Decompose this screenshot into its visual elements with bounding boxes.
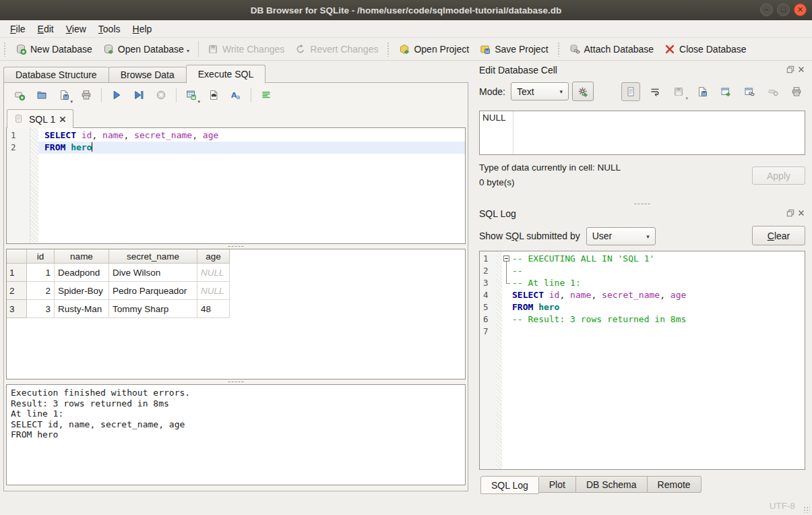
corner-header[interactable] <box>7 249 27 264</box>
stop-execution-button[interactable] <box>152 86 170 104</box>
menu-view[interactable]: View <box>60 22 92 36</box>
apply-button[interactable]: Apply <box>752 166 805 185</box>
attach-database-button[interactable]: Attach Database <box>564 41 660 57</box>
cell[interactable]: Pedro Parqueador <box>109 282 197 300</box>
write-changes-button[interactable]: Write Changes <box>202 41 290 57</box>
mode-select[interactable]: Text ▾ <box>511 82 569 100</box>
set-null-button[interactable] <box>764 83 782 100</box>
minimize-button[interactable]: − <box>760 3 773 16</box>
editor-results-splitter[interactable] <box>4 244 468 249</box>
menu-edit[interactable]: Edit <box>32 22 60 36</box>
sql-editor-line[interactable]: FROM hero <box>7 142 465 154</box>
bottom-tab-plot[interactable]: Plot <box>539 476 576 493</box>
table-row[interactable]: 22Spider-BoyPedro ParqueadorNULL <box>7 282 230 300</box>
cell[interactable]: 1 <box>27 264 55 282</box>
float-dock-icon[interactable] <box>786 208 794 219</box>
text-mode-button[interactable] <box>621 82 640 101</box>
cell-value-editor[interactable]: NULL <box>479 111 805 155</box>
open-in-external-button[interactable] <box>717 83 735 100</box>
fold-marker[interactable] <box>502 253 512 265</box>
maximize-button[interactable]: □ <box>777 3 790 16</box>
import-from-file-button[interactable]: ▾ <box>670 83 687 100</box>
line-number: 5 <box>480 301 496 313</box>
word-wrap-cell-button[interactable] <box>646 83 664 100</box>
toggle-word-wrap-button[interactable] <box>257 86 275 104</box>
revert-changes-button[interactable]: Revert Changes <box>290 41 383 57</box>
copy-link-button[interactable] <box>741 83 758 100</box>
cell[interactable]: NULL <box>197 264 230 282</box>
edit-cell-title: Edit Database Cell <box>479 65 557 75</box>
save-project-button[interactable]: Save Project <box>474 41 553 57</box>
float-dock-icon[interactable] <box>786 65 794 75</box>
export-to-file-button[interactable] <box>693 83 711 100</box>
row-number[interactable]: 1 <box>7 264 27 282</box>
menu-help[interactable]: Help <box>127 22 158 36</box>
auto-switch-mode-button[interactable] <box>572 82 594 101</box>
bottom-tab-sql-log[interactable]: SQL Log <box>480 476 539 494</box>
log-filter-select[interactable]: User ▾ <box>586 227 656 245</box>
execute-sql-pane: ▾▾Aa SQL 1 12 SELECT id, name, secret_na… <box>3 82 468 491</box>
open-in-external-icon <box>720 86 731 97</box>
print-sql-button[interactable] <box>77 86 95 104</box>
cell[interactable]: Deadpond <box>55 264 109 282</box>
find-in-sql-button[interactable] <box>205 86 222 104</box>
save-results-button[interactable]: ▾ <box>183 86 200 104</box>
encoding-label[interactable]: UTF-8 <box>770 501 795 511</box>
menu-tools[interactable]: Tools <box>92 22 127 36</box>
execution-message[interactable]: Execution finished without errors. Resul… <box>6 384 466 485</box>
column-header-age[interactable]: age <box>197 249 230 264</box>
tab-execute-sql[interactable]: Execute SQL <box>186 65 266 84</box>
write-changes-icon <box>208 44 218 55</box>
sql-editor[interactable]: 12 SELECT id, name, secret_name, ageFROM… <box>6 127 466 244</box>
results-table[interactable]: idnamesecret_nameage11DeadpondDive Wilso… <box>7 249 230 318</box>
menu-file[interactable]: File <box>4 22 32 36</box>
execute-current-line-button[interactable] <box>130 86 148 104</box>
close-button[interactable]: ✕ <box>794 3 807 16</box>
titlebar[interactable]: DB Browser for SQLite - /home/user/code/… <box>0 0 812 21</box>
table-row[interactable]: 11DeadpondDive WilsonNULL <box>7 264 230 282</box>
column-header-secret_name[interactable]: secret_name <box>109 249 197 264</box>
bottom-tab-remote[interactable]: Remote <box>648 476 701 493</box>
execute-all-button[interactable] <box>108 86 125 104</box>
close-database-button[interactable]: Close Database <box>659 41 752 57</box>
close-dock-icon[interactable] <box>797 208 805 219</box>
chevron-down-icon: ▾ <box>646 233 650 240</box>
cell[interactable]: NULL <box>197 282 230 300</box>
open-sql-file-button[interactable] <box>33 86 51 104</box>
dock-splitter[interactable] <box>479 202 805 206</box>
cell[interactable]: 3 <box>27 300 55 318</box>
sql-log-line: -- EXECUTING ALL IN 'SQL 1' <box>480 253 805 265</box>
open-project-button[interactable]: Open Project <box>394 41 474 57</box>
new-database-button[interactable]: New Database <box>10 41 98 57</box>
column-header-id[interactable]: id <box>27 249 55 264</box>
row-number[interactable]: 2 <box>7 282 27 300</box>
cell[interactable]: Dive Wilson <box>109 264 197 282</box>
cell[interactable]: Rusty-Man <box>55 300 109 318</box>
tab-browse-data[interactable]: Browse Data <box>108 67 186 83</box>
cell[interactable]: 2 <box>27 282 55 300</box>
format-sql-button[interactable]: Aa <box>227 86 245 104</box>
cell[interactable]: Tommy Sharp <box>109 300 197 318</box>
tab-database-structure[interactable]: Database Structure <box>3 67 108 83</box>
clear-log-button[interactable]: Clear <box>752 226 805 245</box>
close-dock-icon[interactable] <box>797 65 805 75</box>
save-sql-file-button[interactable]: ▾ <box>55 86 73 104</box>
cell[interactable]: Spider-Boy <box>55 282 109 300</box>
print-cell-button[interactable] <box>788 83 805 100</box>
edit-cell-dock-title: Edit Database Cell <box>479 63 805 78</box>
row-number[interactable]: 3 <box>7 300 27 318</box>
open-database-button[interactable]: Open Database▾ <box>98 41 195 57</box>
resize-grip[interactable] <box>803 506 810 513</box>
sql-log-view[interactable]: 1234567 -- EXECUTING ALL IN 'SQL 1'---- … <box>479 251 805 470</box>
new-sql-tab-button[interactable] <box>11 86 28 104</box>
sql-editor-line[interactable]: SELECT id, name, secret_name, age <box>7 129 465 142</box>
column-header-name[interactable]: name <box>55 249 109 264</box>
table-row[interactable]: 33Rusty-ManTommy Sharp48 <box>7 300 230 318</box>
results-message-splitter[interactable] <box>4 380 468 384</box>
bottom-tab-db-schema[interactable]: DB Schema <box>576 476 648 493</box>
line-number: 3 <box>480 277 496 289</box>
close-sql-tab-icon[interactable] <box>59 116 66 123</box>
sql-tab[interactable]: SQL 1 <box>7 109 73 128</box>
cell[interactable]: 48 <box>197 300 230 318</box>
print-sql-icon <box>81 90 92 100</box>
